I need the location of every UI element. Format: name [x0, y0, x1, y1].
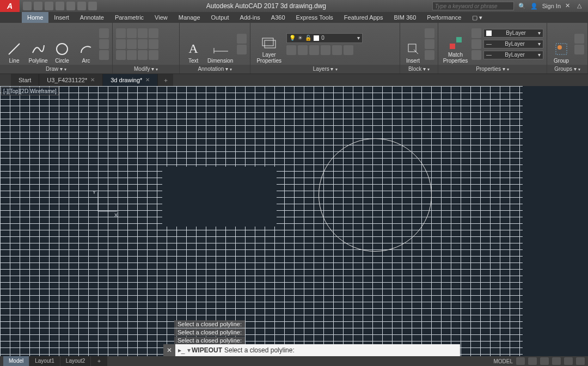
- model-space-label[interactable]: MODEL: [493, 358, 513, 364]
- table-icon[interactable]: [237, 45, 247, 54]
- panel-title-annotation[interactable]: Annotation ▾: [180, 65, 250, 74]
- signin-icon[interactable]: 👤: [530, 3, 538, 10]
- array-icon[interactable]: [138, 50, 148, 60]
- ribbon-tab-view[interactable]: View: [149, 12, 173, 23]
- tool-line[interactable]: Line: [3, 25, 25, 64]
- rotate-icon[interactable]: [127, 28, 137, 38]
- tool-insert[interactable]: Insert: [403, 25, 422, 64]
- file-tab-1[interactable]: U3_F4231122*✕: [39, 74, 103, 86]
- infocenter-icon[interactable]: 🔍: [518, 3, 526, 10]
- edit-block-icon[interactable]: [425, 39, 434, 49]
- viewport-controls[interactable]: [-][Top][2D Wireframe]: [1, 87, 59, 95]
- help-icon[interactable]: △: [577, 2, 585, 10]
- stretch-icon[interactable]: [116, 50, 126, 60]
- tool-polyline[interactable]: Polyline: [27, 25, 49, 64]
- panel-title-draw[interactable]: Draw ▾: [0, 65, 112, 74]
- layer-match-icon[interactable]: [332, 45, 342, 55]
- tool-dimension[interactable]: Dimension: [206, 25, 235, 64]
- command-close-icon[interactable]: ✕: [163, 344, 175, 356]
- ribbon-tab-manage[interactable]: Manage: [173, 12, 206, 23]
- snap-toggle-icon[interactable]: [528, 357, 537, 365]
- close-icon[interactable]: ✕: [145, 74, 150, 86]
- linetype-dropdown[interactable]: —ByLayer▾: [483, 51, 543, 59]
- layer-lock-icon[interactable]: [309, 45, 319, 55]
- qat-redo-icon[interactable]: [88, 2, 97, 10]
- fillet-icon[interactable]: [138, 39, 148, 49]
- grid-toggle-icon[interactable]: [516, 357, 525, 365]
- qat-undo-icon[interactable]: [77, 2, 86, 10]
- tool-circle[interactable]: Circle: [51, 25, 73, 64]
- layer-previous-icon[interactable]: [344, 45, 353, 55]
- layout-tab-1[interactable]: Layout1: [29, 356, 60, 366]
- qat-open-icon[interactable]: [34, 2, 42, 10]
- drawing-canvas[interactable]: [-][Top][2D Wireframe] YX Select a close…: [0, 86, 588, 356]
- close-icon[interactable]: ✕: [90, 74, 95, 86]
- ribbon-tab-insert[interactable]: Insert: [48, 12, 75, 23]
- signin-label[interactable]: Sign In: [542, 3, 561, 9]
- layout-tab-2[interactable]: Layout2: [60, 356, 91, 366]
- draw-flyout-1-icon[interactable]: [99, 28, 109, 38]
- current-layer-dropdown[interactable]: 💡 ☀ 🔓 0 ▾: [286, 33, 363, 43]
- ribbon-tab-featured[interactable]: Featured Apps: [339, 12, 389, 23]
- tool-match-properties[interactable]: Match Properties: [442, 25, 469, 64]
- layout-tab-model[interactable]: Model: [3, 356, 29, 366]
- qat-saveas-icon[interactable]: [56, 2, 64, 10]
- tool-layer-properties[interactable]: Layer Properties: [254, 25, 284, 64]
- ribbon-tab-addins[interactable]: Add-ins: [235, 12, 266, 23]
- tool-arc[interactable]: Arc: [75, 25, 97, 64]
- scale-icon[interactable]: [127, 50, 137, 60]
- command-line[interactable]: ✕ ▸_ ▾ WIPEOUT Select a closed polyline:: [163, 344, 460, 356]
- offset-icon[interactable]: [149, 50, 158, 60]
- prop-list1-icon[interactable]: [471, 28, 481, 38]
- mirror-icon[interactable]: [127, 39, 137, 49]
- lineweight-dropdown[interactable]: —ByLayer▾: [483, 40, 543, 48]
- group-edit-icon[interactable]: [574, 45, 584, 54]
- qat-new-icon[interactable]: [23, 2, 32, 10]
- ribbon-tab-express[interactable]: Express Tools: [291, 12, 339, 23]
- new-tab-button[interactable]: ＋: [158, 74, 173, 86]
- qat-save-icon[interactable]: [45, 2, 53, 10]
- create-block-icon[interactable]: [425, 28, 434, 38]
- erase-icon[interactable]: [149, 28, 158, 38]
- panel-title-properties[interactable]: Properties ▾: [438, 65, 547, 74]
- layer-freeze-icon[interactable]: [298, 45, 308, 55]
- qat-plot-icon[interactable]: [66, 2, 75, 10]
- help-search-input[interactable]: [432, 2, 514, 10]
- lineweight-toggle-icon[interactable]: [576, 357, 585, 365]
- polar-toggle-icon[interactable]: [552, 357, 561, 365]
- ribbon-tab-performance[interactable]: Performance: [421, 12, 467, 23]
- exchange-icon[interactable]: ✕: [565, 2, 573, 10]
- color-dropdown[interactable]: ByLayer▾: [483, 29, 543, 38]
- panel-title-modify[interactable]: Modify ▾: [113, 65, 179, 74]
- ribbon-tab-a360[interactable]: A360: [266, 12, 291, 23]
- ribbon-extras-icon[interactable]: ▢ ▾: [467, 12, 488, 23]
- layer-off-icon[interactable]: [286, 45, 296, 55]
- prop-list3-icon[interactable]: [471, 50, 481, 60]
- app-logo[interactable]: A: [0, 0, 20, 12]
- layer-make-current-icon[interactable]: [321, 45, 330, 55]
- layout-tab-add[interactable]: ＋: [91, 356, 107, 366]
- panel-title-groups[interactable]: Groups ▾: [547, 65, 587, 74]
- draw-flyout-2-icon[interactable]: [99, 39, 109, 49]
- prop-list2-icon[interactable]: [471, 39, 481, 49]
- trim-icon[interactable]: [138, 28, 148, 38]
- ribbon-tab-annotate[interactable]: Annotate: [75, 12, 109, 23]
- ribbon-tab-output[interactable]: Output: [206, 12, 235, 23]
- edit-attr-icon[interactable]: [425, 50, 434, 60]
- file-tab-2[interactable]: 3d drawing*✕: [103, 74, 158, 86]
- osnap-toggle-icon[interactable]: [564, 357, 573, 365]
- copy-icon[interactable]: [116, 39, 126, 49]
- ribbon-tab-home[interactable]: Home: [22, 12, 48, 23]
- file-tab-start[interactable]: Start: [11, 74, 39, 86]
- ribbon-tab-bim360[interactable]: BIM 360: [388, 12, 421, 23]
- ortho-toggle-icon[interactable]: [540, 357, 549, 365]
- leader-icon[interactable]: [237, 34, 247, 44]
- draw-flyout-3-icon[interactable]: [99, 50, 109, 60]
- panel-title-block[interactable]: Block ▾: [400, 65, 438, 74]
- panel-title-layers[interactable]: Layers ▾: [250, 65, 400, 74]
- ungroup-icon[interactable]: [574, 34, 584, 44]
- tool-group[interactable]: Group: [550, 25, 572, 64]
- ribbon-tab-parametric[interactable]: Parametric: [109, 12, 149, 23]
- move-icon[interactable]: [116, 28, 126, 38]
- tool-text[interactable]: A Text: [183, 25, 204, 64]
